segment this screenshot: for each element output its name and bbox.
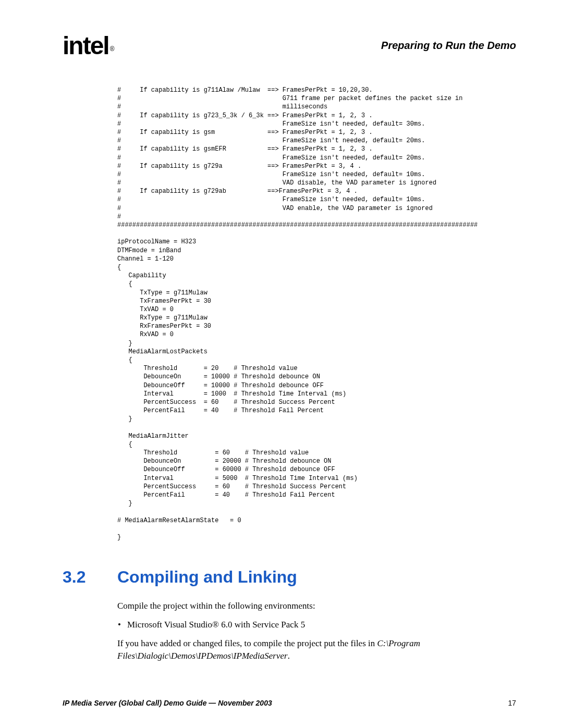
para-environments: Compile the project within the following… [117, 600, 516, 612]
page: intel® Preparing to Run the Demo # If ca… [0, 0, 563, 728]
section-number: 3.2 [63, 567, 117, 587]
section-heading-row: 3.2 Compiling and Linking [63, 567, 516, 587]
logo-text: intel [63, 32, 109, 59]
footer-left: IP Media Server (Global Call) Demo Guide… [63, 699, 272, 707]
bullet-vs6: Microsoft Visual Studio® 6.0 with Servic… [127, 619, 516, 631]
page-header: intel® Preparing to Run the Demo [63, 31, 516, 60]
page-footer: IP Media Server (Global Call) Demo Guide… [63, 699, 516, 707]
registered-mark: ® [110, 45, 114, 53]
intel-logo: intel® [63, 31, 114, 60]
para-filepath-a: If you have added or changed files, to c… [117, 638, 377, 648]
section-title: Compiling and Linking [117, 567, 297, 587]
para-filepath: If you have added or changed files, to c… [117, 637, 516, 662]
running-head: Preparing to Run the Demo [381, 40, 516, 52]
para-filepath-c: . [288, 651, 290, 661]
config-code-block: # If capability is g711Alaw /Mulaw ==> F… [117, 86, 516, 541]
footer-page-number: 17 [508, 699, 516, 707]
